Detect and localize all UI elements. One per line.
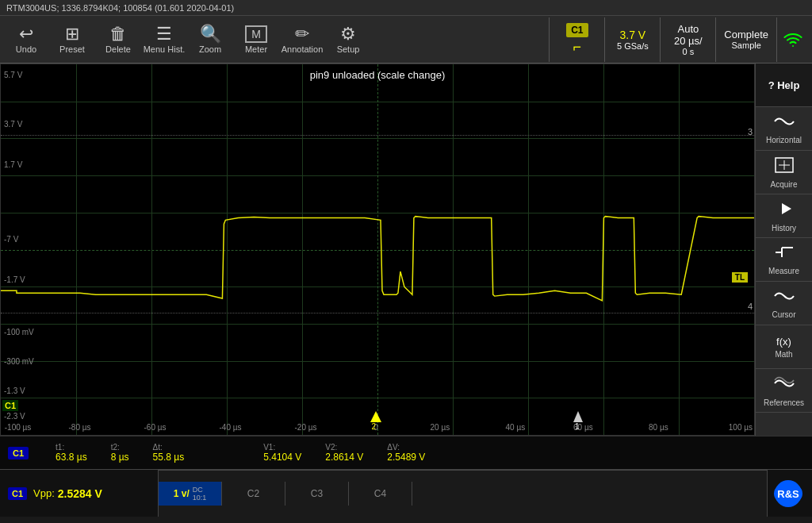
title-bar: RTM3004US; 1336.8794K04; 100854 (01.601 … [0,0,812,16]
y-label: -100 mV [4,328,34,336]
preset-label: Preset [59,44,85,54]
references-label: References [764,398,804,407]
grid-line [227,64,228,435]
setup-icon: ⚙ [340,25,356,43]
channel-trigger-box[interactable]: C1 ⌐ [549,17,604,62]
svg-marker-6 [782,203,791,214]
history-button[interactable]: History [756,194,812,238]
x-label: -40 µs [220,423,242,432]
setup-label: Setup [337,44,360,54]
t1-value: 63.8 µs [56,452,87,463]
y-label: 3.7 V [4,120,22,129]
horizontal-icon [773,113,795,133]
horizontal-label: Horizontal [766,136,802,144]
acquire-label: Acquire [771,180,798,189]
v1-value: 5.4104 V [263,452,301,463]
rs-logo-circle: R&S [774,483,802,505]
time-mode: Auto [677,23,699,35]
math-icon: f(x) [776,336,791,348]
measure-icon [774,244,795,264]
acquire-button[interactable]: Acquire [756,151,812,194]
delta-v-label: ΔV: [387,443,425,452]
math-button[interactable]: f(x) Math [756,325,812,369]
v1-label: V1: [263,443,301,452]
y-label: -2.3 V [4,412,25,421]
history-label: History [772,224,796,233]
channel-tab-c1[interactable]: 1 v/ DC 10:1 [159,482,222,506]
measure-button[interactable]: Measure [756,238,812,282]
y-label: -1.7 V [4,275,25,284]
undo-button[interactable]: ↩ Undo [3,17,49,62]
scope-screen: pin9 unloaded (scale change) 5.7 V 3.7 V… [0,63,755,436]
svg-text:R&S: R&S [777,488,799,500]
grid-line [76,64,77,435]
cursor-label: Cursor [772,310,795,319]
trigger-area: C1 ⌐ 3.7 V 5 GSa/s Auto 20 µs/ 0 s Compl… [549,17,809,62]
title-text: RTM3004US; 1336.8794K04; 100854 (01.601 … [6,3,234,13]
c1-ratio-label: 10:1 [193,494,207,502]
c2-label: C2 [247,488,259,499]
trig-label: TL [732,272,748,283]
x-label: -80 µs [69,423,91,432]
undo-label: Undo [16,44,36,54]
vpp-value: 2.5284 V [58,487,102,500]
delete-label: Delete [105,44,131,54]
setup-button[interactable]: ⚙ Setup [325,17,371,62]
channel-tab-c4[interactable]: C4 [349,482,412,506]
menu-hist-label: Menu Hist. [144,44,186,54]
t1-group: t1: 63.8 µs [56,443,87,463]
zoom-button[interactable]: 🔍 Zoom [187,17,233,62]
grid-center-v [377,64,378,435]
status-label: Complete [724,29,768,40]
references-button[interactable]: References [756,369,812,413]
preset-button[interactable]: ⊞ Preset [49,17,95,62]
zoom-label: Zoom [199,44,221,54]
toolbar: ↩ Undo ⊞ Preset 🗑 Delete ☰ Menu Hist. 🔍 … [0,16,812,63]
voltage-value: 3.7 V [620,29,646,41]
ref-marker-3: 3 [748,127,753,137]
time-mode-box[interactable]: Auto 20 µs/ 0 s [660,17,715,62]
ref-marker-4: 4 [748,302,753,311]
t2-label: t2: [111,443,129,452]
delete-button[interactable]: 🗑 Delete [95,17,141,62]
y-label: -300 mV [4,357,34,366]
delta-v-group: ΔV: 2.5489 V [387,443,425,463]
undo-icon: ↩ [19,25,33,43]
t2-value: 8 µs [111,452,129,463]
trigger-marker-1: 2 [370,411,381,424]
grid-line [151,64,152,435]
math-label: Math [775,350,792,359]
annotation-icon: ✏ [295,25,309,43]
meter-icon: M [245,25,267,43]
cursor-icon [773,288,795,308]
screen-annotation: pin9 unloaded (scale change) [310,69,446,81]
svg-point-0 [792,45,794,47]
status-box: Complete Sample [715,17,776,62]
annotation-button[interactable]: ✏ Annotation [279,17,325,62]
x-label: -60 µs [144,423,167,432]
measure-label: Measure [768,267,799,275]
preset-icon: ⊞ [65,25,79,43]
menu-hist-icon: ☰ [156,25,172,43]
x-label: 100 µs [729,423,753,432]
meter-button[interactable]: M Meter [233,17,279,62]
channel-tab-c2[interactable]: C2 [222,482,285,506]
sample-label: Sample [732,40,761,50]
grid-line [528,64,529,435]
svg-marker-2 [573,411,583,422]
cursor-button[interactable]: Cursor [756,282,812,325]
menu-hist-button[interactable]: ☰ Menu Hist. [141,17,187,62]
help-label: ? Help [768,79,800,91]
x-label: 40 µs [506,423,526,432]
trigger-symbol: ⌐ [573,39,582,56]
help-button[interactable]: ? Help [756,63,812,107]
horizontal-button[interactable]: Horizontal [756,107,812,151]
y-label: -7 V [4,235,18,244]
right-sidebar: ? Help Horizontal Acquire [755,63,812,436]
channel-tab-c3[interactable]: C3 [285,482,349,506]
x-label: 80 µs [649,423,668,432]
delta-t-value: 55.8 µs [153,452,185,463]
grid-line [302,64,303,435]
c1-label: 1 v/ [174,488,190,499]
annotation-label: Annotation [282,44,324,54]
